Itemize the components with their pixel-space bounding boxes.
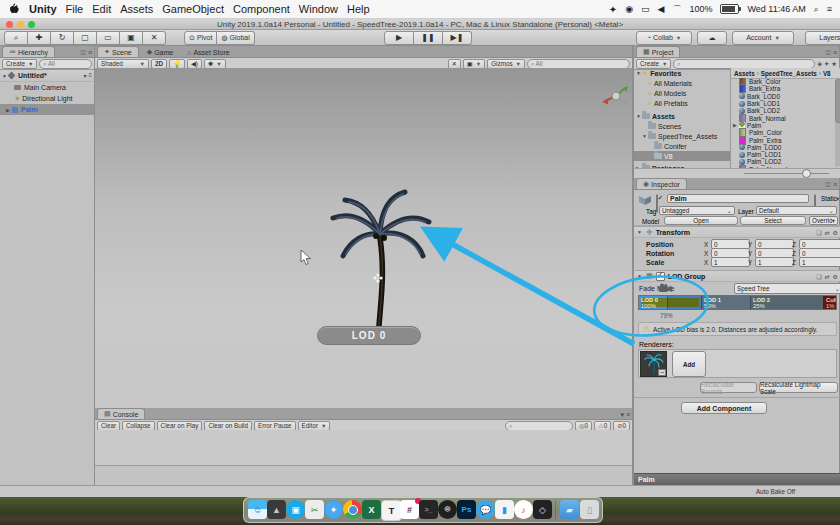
panel-menu-icon[interactable]: ≡ xyxy=(833,49,837,57)
scene-audio-toggle[interactable]: ◀) xyxy=(187,59,202,69)
scene-camera-dropdown[interactable]: ▣▼ xyxy=(463,59,485,69)
scene-tab[interactable]: ✦Scene xyxy=(97,46,139,57)
inspector-preview-footer[interactable]: Palm xyxy=(634,473,840,485)
search-by-label-icon[interactable]: ✦ xyxy=(824,60,829,67)
menu-unity[interactable]: Unity xyxy=(29,3,57,15)
dock-icon-itunes[interactable]: ♪ xyxy=(514,500,533,519)
dock-icon-trash[interactable]: ▯ xyxy=(580,500,599,519)
menu-gameobject[interactable]: GameObject xyxy=(162,3,224,15)
fade-mode-dropdown[interactable]: Speed Tree⌄ xyxy=(734,283,840,294)
lod-camera-icon[interactable] xyxy=(658,283,674,294)
scene-tools-button[interactable]: ✕ xyxy=(448,59,461,69)
tree-assets[interactable]: ▼ Assets xyxy=(634,111,730,121)
overrides-dropdown[interactable]: Overrides▾ xyxy=(809,216,838,225)
console-error-pause-button[interactable]: Error Pause xyxy=(254,421,296,431)
dock-icon-finder[interactable]: ☺ xyxy=(248,500,267,519)
renderer-thumbnail[interactable]: − xyxy=(640,351,667,377)
rotate-tool-button[interactable]: ↻ xyxy=(51,31,74,45)
tag-dropdown[interactable]: Untagged⌄ xyxy=(659,206,735,215)
project-search-input[interactable]: ⌕ xyxy=(673,59,815,69)
file-row[interactable]: Bark_LOD2 xyxy=(731,107,834,114)
tree-all-prefabs[interactable]: ⌕ All Prefabs xyxy=(634,98,730,108)
add-component-button[interactable]: Add Component xyxy=(681,402,767,414)
apple-menu-icon[interactable] xyxy=(8,2,19,17)
tree-conifer[interactable]: Conifer xyxy=(634,141,730,151)
gear-icon[interactable]: ⚙ xyxy=(833,273,838,280)
dock-icon-keynote[interactable]: ▮ xyxy=(495,500,514,519)
asset-store-tab[interactable]: ⌂Asset Store xyxy=(181,47,235,57)
console-warning-filter[interactable]: ⚠0 xyxy=(594,421,611,431)
model-select-button[interactable]: Select xyxy=(740,216,806,225)
lod-group-title[interactable]: LOD Group xyxy=(668,273,706,280)
hierarchy-item-directional-light[interactable]: ☀ Directional Light xyxy=(0,93,94,104)
console-info-filter[interactable]: ◎0 xyxy=(575,421,592,431)
add-renderer-button[interactable]: Add xyxy=(672,351,706,377)
help-icon[interactable]: ❏ xyxy=(816,229,821,236)
console-error-filter[interactable]: ⊘0 xyxy=(613,421,630,431)
tree-favorites[interactable]: ▼★ Favorites xyxy=(634,68,730,78)
preset-icon[interactable]: ⇄ xyxy=(825,273,830,280)
dock-icon-excel[interactable]: X xyxy=(362,500,381,519)
project-tab[interactable]: ▦Project xyxy=(636,46,680,57)
menu-window[interactable]: Window xyxy=(299,3,338,15)
recalculate-lightmap-button[interactable]: Recalculate Lightmap Scale xyxy=(759,382,838,393)
lod2-segment[interactable]: LOD 2 25% xyxy=(750,296,823,309)
hand-tool-button[interactable]: ⌕ xyxy=(4,31,28,45)
dock-icon-terminal[interactable]: >_ xyxy=(419,500,438,519)
file-row[interactable]: Palm_LOD0 xyxy=(731,144,834,151)
gear-icon[interactable]: ⚙ xyxy=(833,229,838,236)
model-open-button[interactable]: Open xyxy=(664,216,738,225)
dock-icon-folder[interactable]: ▰ xyxy=(560,500,579,519)
transform-tool-button[interactable]: ▣ xyxy=(120,31,143,45)
panel-menu-icon[interactable]: ≡ xyxy=(626,411,630,419)
console-log-list[interactable] xyxy=(95,430,632,466)
hierarchy-scene-row[interactable]: ▼ Untitled* ▾≡ xyxy=(0,70,94,82)
step-button[interactable]: ▶❚ xyxy=(443,31,472,45)
custom-tool-button[interactable]: ✕ xyxy=(143,31,166,45)
menu-assets[interactable]: Assets xyxy=(120,3,153,15)
active-checkbox[interactable] xyxy=(656,194,658,213)
tree-v8[interactable]: V8 xyxy=(634,151,730,161)
dock-icon-safari[interactable]: ✦ xyxy=(324,500,343,519)
file-row[interactable]: ▶Palm xyxy=(731,122,834,129)
cloud-button[interactable]: ☁ xyxy=(697,31,727,45)
console-clear-on-build-button[interactable]: Clear on Build xyxy=(204,421,252,431)
global-toggle-button[interactable]: ◍ Global xyxy=(217,31,254,45)
dock-icon-slack[interactable]: # xyxy=(400,500,419,519)
dock-icon-facetime[interactable]: ▣ xyxy=(286,500,305,519)
tree-all-materials[interactable]: ⌕ All Materials xyxy=(634,78,730,88)
recalculate-bounds-button[interactable]: Recalculate Bounds xyxy=(700,382,757,393)
console-detail-area[interactable] xyxy=(95,466,632,485)
help-icon[interactable]: ❏ xyxy=(816,273,821,280)
scene-menu-icon[interactable]: ≡ xyxy=(88,72,92,79)
file-row[interactable]: Bark_LOD0 xyxy=(731,93,834,100)
chevron-down-icon[interactable]: ▾ xyxy=(620,411,624,419)
transform-title[interactable]: Transform xyxy=(656,229,690,236)
tree-all-models[interactable]: ⌕ All Models xyxy=(634,88,730,98)
palm-tree-object[interactable] xyxy=(313,176,453,328)
hierarchy-search-input[interactable]: ⌕ All xyxy=(39,59,92,69)
wifi-icon[interactable]: ⌒ xyxy=(672,3,681,16)
scale-y-field[interactable]: 1 xyxy=(755,257,794,267)
panel-menu-icon[interactable]: ≡ xyxy=(833,181,837,189)
console-clear-on-play-button[interactable]: Clear on Play xyxy=(157,421,203,431)
app-status-icon[interactable]: ✦ xyxy=(609,4,617,15)
project-create-button[interactable]: Create▼ xyxy=(636,59,671,69)
console-editor-dropdown[interactable]: Editor▼ xyxy=(298,421,331,431)
console-search-input[interactable]: ⌕ xyxy=(505,421,573,431)
lock-icon[interactable]: ⚿ xyxy=(826,181,831,189)
dock-icon-unity[interactable]: ◇ xyxy=(533,500,552,519)
console-collapse-button[interactable]: Collapse xyxy=(122,421,155,431)
dock-icon-screenshot[interactable]: ✂ xyxy=(305,500,324,519)
file-row[interactable]: Bark_LOD1 xyxy=(731,100,834,107)
lod-group-enabled-checkbox[interactable] xyxy=(656,272,665,281)
lock-icon[interactable]: ⚿ xyxy=(826,49,831,57)
scene-fx-dropdown[interactable]: ✺▼ xyxy=(204,59,226,69)
shading-mode-dropdown[interactable]: Shaded▼ xyxy=(97,59,149,69)
lock-icon[interactable]: ⚿ xyxy=(81,49,86,57)
hierarchy-item-palm[interactable]: ▶ Palm xyxy=(0,104,94,115)
favorite-star-icon[interactable]: ★ xyxy=(831,60,837,67)
file-row[interactable]: Palm_LOD2 xyxy=(731,158,834,165)
scene-lighting-toggle[interactable]: 💡 xyxy=(169,59,185,69)
lod-bar[interactable]: LOD 0 100% LOD 1 50% LOD 2 25% Culled 1% xyxy=(638,295,837,310)
